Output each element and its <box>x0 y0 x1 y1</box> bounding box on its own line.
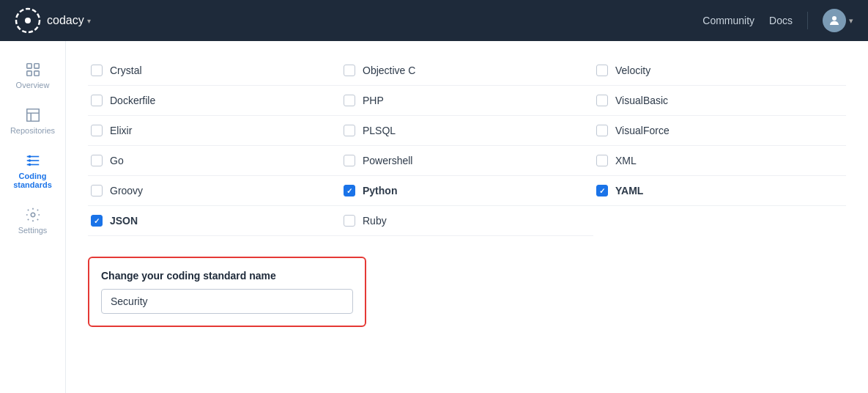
rename-coding-standard-box: Change your coding standard name <box>88 257 366 327</box>
sidebar-item-overview[interactable]: Overview <box>0 53 65 98</box>
objectivec-checkbox[interactable] <box>344 65 355 76</box>
crystal-checkbox[interactable] <box>91 65 103 76</box>
list-item: PLSQL <box>341 116 593 146</box>
php-label: PHP <box>363 95 384 106</box>
settings-label: Settings <box>18 226 48 235</box>
list-item: Groovy <box>88 176 341 206</box>
list-item: Powershell <box>341 146 593 176</box>
elixir-checkbox[interactable] <box>91 125 103 136</box>
list-item: Crystal <box>88 56 341 86</box>
groovy-checkbox[interactable] <box>91 185 103 196</box>
visualforce-label: VisualForce <box>615 125 669 136</box>
list-item: Python <box>341 176 593 206</box>
groovy-label: Groovy <box>110 185 143 196</box>
ruby-label: Ruby <box>363 215 387 227</box>
settings-icon <box>25 207 41 223</box>
svg-point-11 <box>28 159 31 162</box>
list-item: PHP <box>341 86 593 116</box>
user-avatar-area[interactable]: ▾ <box>823 9 853 32</box>
svg-point-12 <box>28 164 31 166</box>
sidebar-item-coding-standards[interactable]: Coding standards <box>0 144 65 198</box>
brand-chevron: ▾ <box>87 17 91 25</box>
python-checkbox[interactable] <box>344 185 355 196</box>
top-navigation: codacy ▾ Community Docs ▾ <box>0 0 868 41</box>
coding-standards-icon <box>25 153 41 169</box>
language-col-3: Velocity VisualBasic VisualForce XML YAM… <box>593 56 846 236</box>
plsql-label: PLSQL <box>363 125 396 136</box>
ruby-checkbox[interactable] <box>344 215 355 227</box>
overview-icon <box>25 62 41 78</box>
nav-divider <box>807 12 808 29</box>
topnav-right: Community Docs ▾ <box>702 9 853 32</box>
svg-point-10 <box>28 155 31 158</box>
velocity-label: Velocity <box>615 65 650 76</box>
python-label: Python <box>363 185 397 196</box>
language-col-2: Objective C PHP PLSQL Powershell Python <box>341 56 593 236</box>
language-col-1: Crystal Dockerfile Elixir Go Groovy <box>88 56 341 236</box>
list-item: JSON <box>88 206 341 236</box>
list-item: VisualForce <box>593 116 846 146</box>
coding-standards-label: Coding standards <box>6 172 59 189</box>
language-grid: Crystal Dockerfile Elixir Go Groovy <box>88 56 846 236</box>
svg-point-1 <box>25 18 31 23</box>
brand-text: codacy <box>47 14 84 27</box>
avatar <box>823 9 846 32</box>
json-label: JSON <box>110 215 138 227</box>
crystal-label: Crystal <box>110 65 142 76</box>
docs-link[interactable]: Docs <box>769 15 793 26</box>
go-checkbox[interactable] <box>91 155 103 166</box>
list-item: Elixir <box>88 116 341 146</box>
logo-area[interactable]: codacy ▾ <box>15 7 91 34</box>
overview-label: Overview <box>16 81 50 89</box>
list-item: Objective C <box>341 56 593 86</box>
visualforce-checkbox[interactable] <box>596 125 608 136</box>
community-link[interactable]: Community <box>702 15 754 26</box>
php-checkbox[interactable] <box>344 95 355 106</box>
plsql-checkbox[interactable] <box>344 125 355 136</box>
repositories-label: Repositories <box>10 126 55 135</box>
xml-label: XML <box>615 155 637 166</box>
svg-rect-5 <box>26 71 31 76</box>
list-item: Dockerfile <box>88 86 341 116</box>
rename-label: Change your coding standard name <box>101 270 353 282</box>
svg-point-2 <box>832 16 837 21</box>
go-label: Go <box>110 155 124 166</box>
repositories-icon <box>25 107 41 123</box>
powershell-label: Powershell <box>363 155 412 166</box>
json-checkbox[interactable] <box>91 215 103 227</box>
dockerfile-label: Dockerfile <box>110 95 155 106</box>
svg-rect-6 <box>34 71 38 76</box>
velocity-checkbox[interactable] <box>596 65 608 76</box>
objectivec-label: Objective C <box>363 65 415 76</box>
elixir-label: Elixir <box>110 125 132 136</box>
visualbasic-checkbox[interactable] <box>596 95 608 106</box>
yaml-checkbox[interactable] <box>596 185 608 196</box>
list-item: Velocity <box>593 56 846 86</box>
brand-name[interactable]: codacy ▾ <box>47 14 91 27</box>
svg-point-13 <box>31 213 35 217</box>
xml-checkbox[interactable] <box>596 155 608 166</box>
sidebar-item-repositories[interactable]: Repositories <box>0 98 65 144</box>
powershell-checkbox[interactable] <box>344 155 355 166</box>
list-item: Go <box>88 146 341 176</box>
codacy-logo-icon <box>15 7 41 34</box>
main-content: Crystal Dockerfile Elixir Go Groovy <box>66 41 868 393</box>
sidebar-item-settings[interactable]: Settings <box>0 198 65 243</box>
svg-rect-3 <box>26 64 31 68</box>
svg-rect-4 <box>34 64 38 68</box>
coding-standard-name-input[interactable] <box>101 289 353 314</box>
list-item: Ruby <box>341 206 593 236</box>
sidebar: Overview Repositories Coding standards S… <box>0 41 66 393</box>
list-item: XML <box>593 146 846 176</box>
list-item: YAML <box>593 176 846 206</box>
dockerfile-checkbox[interactable] <box>91 95 103 106</box>
list-item: VisualBasic <box>593 86 846 116</box>
yaml-label: YAML <box>615 185 643 196</box>
avatar-chevron: ▾ <box>849 16 853 26</box>
visualbasic-label: VisualBasic <box>615 95 668 106</box>
main-layout: Overview Repositories Coding standards S… <box>0 41 868 393</box>
